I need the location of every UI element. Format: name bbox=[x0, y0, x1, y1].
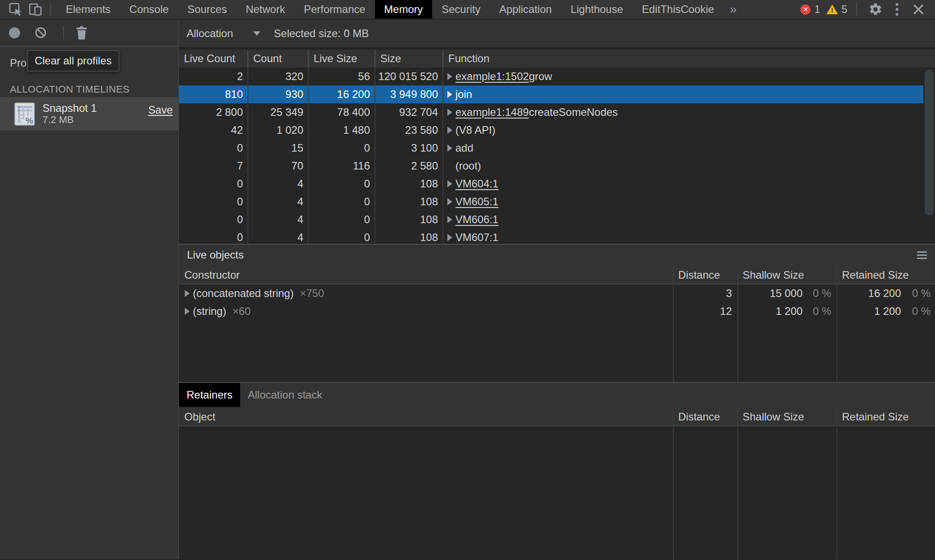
cell-function: VM604:1 bbox=[443, 175, 923, 193]
settings-gear-icon[interactable] bbox=[867, 1, 884, 18]
table-row[interactable]: 2 800 25 349 78 400 932 704 example1:148… bbox=[179, 103, 923, 121]
cell-live-size: 56 bbox=[309, 68, 375, 85]
expand-arrow-icon[interactable] bbox=[185, 290, 190, 297]
pane-menu-icon[interactable] bbox=[917, 251, 927, 259]
devtools-window: Elements Console Sources Network Perform… bbox=[0, 0, 935, 560]
col-header-shallow-size[interactable]: Shallow Size bbox=[737, 265, 837, 284]
error-badge[interactable]: ✕ 1 bbox=[800, 4, 820, 16]
expand-arrow-icon[interactable] bbox=[447, 109, 452, 116]
constructor-name: (concatenated string) bbox=[193, 284, 293, 302]
cell-live-size: 0 bbox=[309, 211, 375, 229]
snapshot-title: Snapshot 1 bbox=[42, 102, 97, 114]
source-link[interactable]: VM606:1 bbox=[455, 211, 498, 229]
profiles-toolbar bbox=[0, 20, 178, 47]
warning-badge[interactable]: ! 5 bbox=[826, 4, 847, 16]
scrollbar-track[interactable] bbox=[923, 68, 935, 244]
cell-count: 4 bbox=[248, 175, 309, 193]
cell-live-count: 810 bbox=[179, 85, 248, 103]
table-row[interactable]: 0 4 0 108 VM605:1 bbox=[179, 193, 923, 211]
tab-security[interactable]: Security bbox=[432, 0, 490, 19]
cell-count: 4 bbox=[248, 229, 309, 244]
table-row[interactable]: 0 4 0 108 VM604:1 bbox=[179, 175, 923, 193]
table-row[interactable]: 0 15 0 3 100 add bbox=[179, 139, 923, 157]
close-icon[interactable] bbox=[910, 1, 927, 18]
constructor-row[interactable]: (concatenated string)×750 3 15 0000 % 16… bbox=[179, 284, 935, 302]
col-header-live-count[interactable]: Live Count bbox=[179, 50, 248, 68]
tab-editthiscookie[interactable]: EditThisCookie bbox=[633, 0, 723, 19]
col-header-shallow-size[interactable]: Shallow Size bbox=[737, 407, 837, 425]
cell-live-count: 2 800 bbox=[179, 103, 248, 121]
col-header-count[interactable]: Count bbox=[248, 50, 309, 68]
cell-size: 108 bbox=[375, 193, 443, 211]
expand-arrow-icon[interactable] bbox=[447, 144, 452, 152]
clear-all-profiles-button[interactable] bbox=[35, 27, 46, 38]
cell-live-count: 0 bbox=[179, 193, 248, 211]
cell-live-count: 0 bbox=[179, 211, 248, 229]
col-header-size[interactable]: Size bbox=[375, 50, 443, 68]
table-row-selected[interactable]: 810 930 16 200 3 949 800 join bbox=[179, 85, 923, 103]
tab-lighthouse[interactable]: Lighthouse bbox=[561, 0, 632, 19]
tab-allocation-stack[interactable]: Allocation stack bbox=[240, 383, 330, 407]
record-button[interactable] bbox=[9, 27, 20, 38]
col-header-distance[interactable]: Distance bbox=[673, 407, 737, 425]
tab-console[interactable]: Console bbox=[120, 0, 178, 19]
cell-live-size: 0 bbox=[309, 229, 375, 244]
table-row[interactable]: 7 70 116 2 580 (root) bbox=[179, 157, 923, 175]
tab-memory[interactable]: Memory bbox=[375, 0, 433, 19]
source-link[interactable]: example1:1489 bbox=[455, 103, 529, 121]
col-header-distance[interactable]: Distance bbox=[673, 265, 737, 284]
expand-arrow-icon[interactable] bbox=[447, 180, 452, 187]
expand-arrow-icon[interactable] bbox=[185, 308, 190, 315]
constructor-row[interactable]: (string)×60 12 1 2000 % 1 2000 % bbox=[179, 302, 935, 320]
more-options-icon[interactable] bbox=[888, 1, 905, 18]
snapshot-list-item[interactable]: % Snapshot 1 7.2 MB Save bbox=[0, 97, 178, 131]
col-header-object[interactable]: Object bbox=[179, 407, 673, 425]
cell-live-count: 42 bbox=[179, 121, 248, 139]
col-header-constructor[interactable]: Constructor bbox=[179, 265, 673, 284]
svg-text:%: % bbox=[26, 116, 33, 125]
memory-panel: Allocation Selected size: 0 MB Live Coun… bbox=[179, 20, 935, 559]
profile-view-dropdown[interactable]: Allocation bbox=[187, 27, 260, 40]
heap-snapshot-icon: % bbox=[14, 102, 35, 126]
save-link[interactable]: Save bbox=[148, 104, 173, 116]
snapshot-text: Snapshot 1 7.2 MB bbox=[42, 102, 97, 126]
col-header-function[interactable]: Function bbox=[443, 50, 935, 68]
selected-size-label: Selected size: 0 MB bbox=[274, 27, 369, 40]
cell-function: VM607:1 bbox=[443, 229, 923, 244]
delete-profile-icon[interactable] bbox=[76, 26, 88, 40]
clear-all-profiles-tooltip: Clear all profiles bbox=[27, 50, 119, 72]
cell-live-count: 2 bbox=[179, 68, 248, 85]
tab-network[interactable]: Network bbox=[236, 0, 294, 19]
cell-count: 4 bbox=[248, 193, 309, 211]
table-row[interactable]: 2 320 56 120 015 520 example1:1502grow bbox=[179, 68, 923, 85]
expand-arrow-icon[interactable] bbox=[447, 127, 452, 134]
device-toolbar-icon[interactable] bbox=[28, 2, 43, 17]
function-name: VM607:1 bbox=[455, 229, 498, 244]
instance-count: ×60 bbox=[233, 302, 251, 320]
expand-arrow-icon[interactable] bbox=[447, 216, 452, 223]
col-header-live-size[interactable]: Live Size bbox=[309, 50, 375, 68]
more-tabs-icon[interactable]: » bbox=[723, 0, 743, 19]
cell-live-size: 0 bbox=[309, 175, 375, 193]
scrollbar-thumb[interactable] bbox=[925, 69, 934, 216]
tab-elements[interactable]: Elements bbox=[56, 0, 120, 19]
tab-retainers[interactable]: Retainers bbox=[179, 383, 240, 407]
table-row[interactable]: 42 1 020 1 480 23 580 (V8 API) bbox=[179, 121, 923, 139]
source-link[interactable]: VM604:1 bbox=[455, 175, 498, 193]
source-link[interactable]: VM605:1 bbox=[455, 193, 498, 211]
table-row[interactable]: 0 4 0 108 VM606:1 bbox=[179, 211, 923, 229]
tab-application[interactable]: Application bbox=[490, 0, 561, 19]
col-header-retained-size[interactable]: Retained Size bbox=[837, 265, 935, 284]
tab-performance[interactable]: Performance bbox=[294, 0, 374, 19]
col-header-retained-size[interactable]: Retained Size bbox=[837, 407, 935, 425]
live-objects-title-bar: Live objects bbox=[179, 245, 935, 265]
function-name: (V8 API) bbox=[455, 121, 495, 139]
expand-arrow-icon[interactable] bbox=[447, 91, 452, 98]
inspect-element-icon[interactable] bbox=[8, 2, 23, 17]
expand-arrow-icon[interactable] bbox=[447, 198, 452, 205]
expand-arrow-icon[interactable] bbox=[447, 234, 452, 241]
table-row[interactable]: 0 4 0 108 VM607:1 bbox=[179, 229, 923, 244]
source-link[interactable]: example1:1502 bbox=[455, 68, 529, 85]
expand-arrow-icon[interactable] bbox=[447, 73, 452, 80]
tab-sources[interactable]: Sources bbox=[178, 0, 236, 19]
